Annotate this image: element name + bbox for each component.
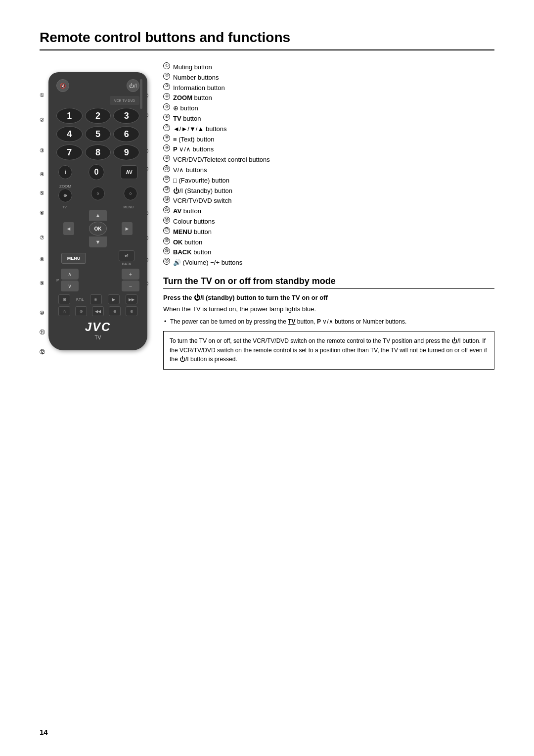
nav-down-button[interactable]: ▼ <box>89 236 107 247</box>
circle-btn-area: ○ <box>91 187 105 200</box>
legend-num-11: ⑪ <box>163 165 170 172</box>
mute-button[interactable]: 🔇 <box>56 79 69 92</box>
section2-title: Turn the TV on or off from standby mode <box>163 276 494 289</box>
callout-7: ⑦ <box>40 235 44 241</box>
legend-num-14: ⑭ <box>163 196 170 203</box>
callout-6: ⑥ <box>40 210 44 216</box>
legend-num-2: ② <box>163 73 170 80</box>
zoom-button[interactable]: ⊕ <box>58 189 72 202</box>
legend-num-8: ⑧ <box>163 135 170 142</box>
number-grid: 1 2 3 4 5 6 7 8 9 <box>56 108 139 160</box>
legend-list: ①Muting button ②Number buttons ③Informat… <box>163 62 494 268</box>
icon-btn-pause[interactable]: ⊕ <box>109 306 121 316</box>
legend-num-9: ⑨ <box>163 144 170 151</box>
vol-down-button[interactable]: − <box>122 281 139 291</box>
legend-num-3: ③ <box>163 83 170 90</box>
num-btn-0[interactable]: 0 <box>89 164 104 180</box>
icon-btn-skip[interactable]: ⊛ <box>126 306 137 316</box>
back-button[interactable]: ⏎ <box>119 250 134 261</box>
icon-btn-play[interactable]: ▶ <box>108 294 120 304</box>
legend-num-7: ⑦ <box>163 124 170 131</box>
back-area: ⏎ BACK <box>119 250 134 266</box>
circle-btn2[interactable]: ○ <box>124 187 137 200</box>
page-title: Remote control buttons and functions <box>40 30 494 50</box>
icon-btn-ff[interactable]: ▶▶ <box>126 294 137 304</box>
tv-underline: TV <box>288 318 295 325</box>
info-zero-av-row: i 0 AV <box>56 164 139 180</box>
num-btn-4[interactable]: 4 <box>56 126 83 142</box>
icon-btn-stop[interactable]: ⊙ <box>75 306 87 316</box>
legend-text-14: VCR/TV/DVD switch <box>173 196 231 206</box>
callout-5: ⑤ <box>40 190 44 196</box>
legend-text-5: ⊕ button <box>173 103 198 114</box>
legend-num-6: ⑥ <box>163 114 170 121</box>
legend-item-15: ⑮AV button <box>163 206 494 217</box>
page-number: 14 <box>40 728 48 736</box>
legend-item-4: ④ZOOM button <box>163 93 494 103</box>
zoom-area: ZOOM ⊕ <box>58 184 72 202</box>
menu-button[interactable]: MENU <box>61 253 86 264</box>
p-down-button[interactable]: ∨ <box>61 281 79 291</box>
legend-text-13: ⏻/I (Standby) button <box>173 186 232 196</box>
p-label: P <box>56 278 59 283</box>
vol-buttons: + − <box>122 269 139 291</box>
icon-btn-rew[interactable]: ◀◀ <box>92 306 104 316</box>
menu-back-row: MENU ⏎ BACK <box>56 250 139 266</box>
callout-1: ① <box>40 92 44 98</box>
callout-12: ⑫ <box>40 348 45 356</box>
remote-diagram: ① ② ③ ④ ⑤ ⑥ ⑦ ⑧ ⑨ ⑩ ⑪ ⑫ ⑬ ⑭ ⑮ ⑯ ⑰ ⑱ ⑲ ⑳ <box>40 62 148 370</box>
legend-text-20: 🔊 (Volume) −/+ buttons <box>173 258 242 268</box>
menu-label: MENU <box>123 205 134 209</box>
vol-up-button[interactable]: + <box>122 269 139 280</box>
nav-down-row: ▼ <box>56 236 139 247</box>
notice-box: To turn the TV on or off, set the VCR/TV… <box>163 331 494 370</box>
legend-item-3: ③Information button <box>163 83 494 94</box>
back-label: BACK <box>122 262 131 266</box>
num-btn-5[interactable]: 5 <box>85 126 111 142</box>
legend-text-4: ZOOM button <box>173 93 212 103</box>
icon-btn-grid[interactable]: ⊞ <box>58 294 70 304</box>
circle-btn2-area: ○ <box>124 187 137 200</box>
legend-num-1: ① <box>163 62 170 69</box>
legend-item-14: ⑭VCR/TV/DVD switch <box>163 196 494 206</box>
legend-item-12: ⑫□ (Favourite) button <box>163 176 494 186</box>
legend-num-12: ⑫ <box>163 176 170 183</box>
num-btn-1[interactable]: 1 <box>56 108 83 124</box>
legend-text-3: Information button <box>173 83 225 94</box>
circle-btn[interactable]: ○ <box>91 187 105 200</box>
legend-text-1: Muting button <box>173 62 212 73</box>
remote-top-row: 🔇 ⏻/I <box>56 79 139 92</box>
num-btn-7[interactable]: 7 <box>56 144 83 160</box>
info-button[interactable]: i <box>58 165 72 179</box>
legend-item-8: ⑧≡ (Text) button <box>163 135 494 145</box>
legend-text-16: Colour buttons <box>173 217 215 227</box>
legend-item-10: ⑩VCR/DVD/Teletext control buttons <box>163 155 494 165</box>
nav-up-button[interactable]: ▲ <box>89 210 107 221</box>
legend-text-8: ≡ (Text) button <box>173 135 214 145</box>
nav-left-button[interactable]: ◄ <box>63 222 74 235</box>
legend-item-2: ②Number buttons <box>163 73 494 83</box>
bottom-icons-row1: ⊞ F.T/L ⊗ ▶ ▶▶ <box>56 294 139 304</box>
nav-right-button[interactable]: ► <box>122 222 133 235</box>
side-bar <box>140 79 142 109</box>
av-button[interactable]: AV <box>121 165 137 179</box>
vcr-switch-area: VCR TV DVD <box>56 96 139 105</box>
remote-body: 🔇 ⏻/I VCR TV DVD 1 2 3 <box>48 72 147 350</box>
num-btn-6[interactable]: 6 <box>113 126 139 142</box>
legend-item-17: ⑰MENU button <box>163 227 494 237</box>
num-btn-3[interactable]: 3 <box>113 108 139 124</box>
vcr-tv-dvd-switch[interactable]: VCR TV DVD <box>110 96 139 105</box>
jvc-logo: JVC <box>56 320 139 334</box>
icon-btn-rec[interactable]: ⊗ <box>90 294 102 304</box>
legend-item-6: ⑥TV button <box>163 114 494 124</box>
legend-text-12: □ (Favourite) button <box>173 176 229 186</box>
ok-button[interactable]: OK <box>89 222 107 236</box>
p-up-button[interactable]: ∧ <box>61 269 79 280</box>
num-btn-8[interactable]: 8 <box>85 144 111 160</box>
subsection-title: Press the ⏻/I (standby) button to turn t… <box>163 294 494 301</box>
num-btn-2[interactable]: 2 <box>85 108 111 124</box>
standby-button[interactable]: ⏻/I <box>127 79 139 92</box>
icon-btn-fav[interactable]: ☆ <box>58 306 70 316</box>
num-btn-9[interactable]: 9 <box>113 144 139 160</box>
legend-text-9: P ∨/∧ buttons <box>173 144 214 155</box>
